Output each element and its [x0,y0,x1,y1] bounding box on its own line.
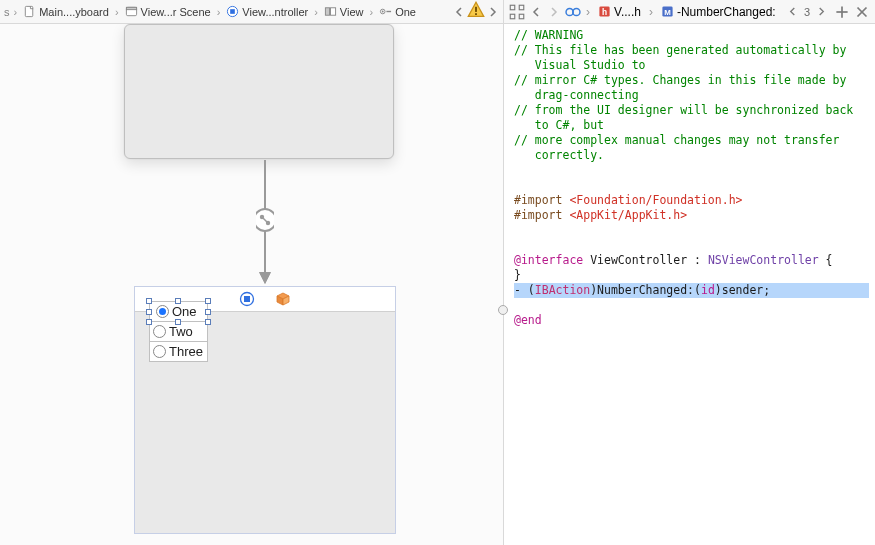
crumb-root-sep: s [2,0,12,23]
crumb-sep: › [368,6,376,18]
crumb-label: V....h [614,5,641,19]
doc-icon [23,5,36,18]
crumb-storyboard[interactable]: Main....yboard [19,0,113,23]
code-dash: - ( [514,283,535,297]
code-import-kw: #import [514,208,569,222]
crumb-sep: › [647,5,655,19]
radio-circle-icon [156,305,169,318]
code-comment: // mirror C# types. Changes in this file… [514,73,846,102]
svg-rect-6 [330,8,335,15]
top-window-card[interactable] [124,24,394,159]
radio-icon [379,5,392,18]
code-ibaction: IBAction [535,283,590,297]
code-method-end: )sender; [715,283,770,297]
svg-rect-11 [475,13,477,15]
code-basetype: NSViewController [708,253,819,267]
resize-handle[interactable] [205,319,211,325]
code-comment: // from the UI designer will be synchron… [514,103,853,132]
crumb-view[interactable]: View [320,0,368,23]
radio-label: Three [169,344,203,359]
right-toolbar: › h V....h › M -NumberChanged: 3 [504,0,875,24]
code-highlighted-line: - (IBAction)NumberChanged:(id)sender; [514,283,869,298]
controller-stop-icon[interactable] [239,291,255,307]
svg-rect-21 [519,5,524,10]
code-comment: // more complex manual changes may not t… [514,133,839,162]
resize-handle[interactable] [175,319,181,325]
crumb-method[interactable]: M -NumberChanged: [657,0,780,23]
radio-group: One Two [149,301,208,361]
resize-handle[interactable] [175,298,181,304]
related-items-icon[interactable] [564,3,582,21]
connection-gutter-dot[interactable] [498,305,508,315]
code-comment: // WARNING [514,28,583,42]
code-import-val: <Foundation/Foundation.h> [569,193,742,207]
crumb-header-file[interactable]: h V....h [594,0,645,23]
svg-text:h: h [602,7,607,17]
svg-rect-2 [126,7,136,9]
grid-apps-icon[interactable] [508,3,526,21]
svg-rect-10 [475,7,477,12]
crumb-forward-button[interactable] [485,4,501,20]
svg-rect-20 [510,5,515,10]
code-comment: // This file has been generated automati… [514,43,846,72]
design-canvas[interactable]: One Two [0,24,503,545]
method-icon: M [661,5,674,18]
svg-rect-23 [519,14,524,19]
radio-circle-icon [153,345,166,358]
code-brace: { [819,253,833,267]
bottom-view-card[interactable]: One Two [134,286,396,534]
code-editor[interactable]: // WARNING // This file has been generat… [504,24,875,545]
crumb-label: View...ntroller [242,6,308,18]
code-import-kw: #import [514,193,569,207]
crumb-sep: › [113,6,121,18]
left-breadcrumb-bar: s › Main....yboard › View...r Scene › [0,0,503,24]
code-colon: : [687,253,708,267]
crumb-sep: › [215,6,223,18]
counter-back-button[interactable] [785,4,801,20]
crumb-label: One [395,6,416,18]
resize-handle[interactable] [205,309,211,315]
code-end-kw: @end [514,313,542,327]
radio-circle-icon [153,325,166,338]
box-3d-icon[interactable] [275,291,291,307]
crumb-back-button[interactable] [451,4,467,20]
radio-label: Two [169,324,193,339]
nav-counter: 3 [785,4,829,20]
resize-handle[interactable] [205,298,211,304]
controller-icon [226,5,239,18]
crumb-sep: › [12,6,20,18]
crumb-scene[interactable]: View...r Scene [121,0,215,23]
view-icon [324,5,337,18]
crumb-sep: › [584,5,592,19]
svg-rect-19 [244,296,250,302]
crumb-label: Main....yboard [39,6,109,18]
svg-rect-5 [325,8,329,15]
code-interface-kw: @interface [514,253,590,267]
crumb-radio-one[interactable]: One [375,0,420,23]
crumb-label: -NumberChanged: [677,5,776,19]
radio-label: One [172,304,197,319]
crumb-viewcontroller[interactable]: View...ntroller [222,0,312,23]
radio-selection-wrap: One [149,301,208,322]
crumb-label: View...r Scene [141,6,211,18]
resize-handle[interactable] [146,309,152,315]
nav-back-button[interactable] [528,4,544,20]
svg-rect-4 [231,9,236,14]
counter-value: 3 [804,6,810,18]
radio-option-three[interactable]: Three [149,341,208,362]
add-editor-button[interactable] [833,3,851,21]
resize-handle[interactable] [146,298,152,304]
h-file-icon: h [598,5,611,18]
segue-connector [256,160,274,286]
resize-handle[interactable] [146,319,152,325]
svg-point-8 [382,11,384,13]
scene-icon [125,5,138,18]
counter-forward-button[interactable] [813,4,829,20]
close-editor-button[interactable] [853,3,871,21]
nav-forward-button[interactable] [546,4,562,20]
warning-icon[interactable] [467,1,485,22]
crumb-label: View [340,6,364,18]
code-id-kw: id [701,283,715,297]
code-import-val: <AppKit/AppKit.h> [569,208,687,222]
code-close-brace: } [514,268,521,282]
